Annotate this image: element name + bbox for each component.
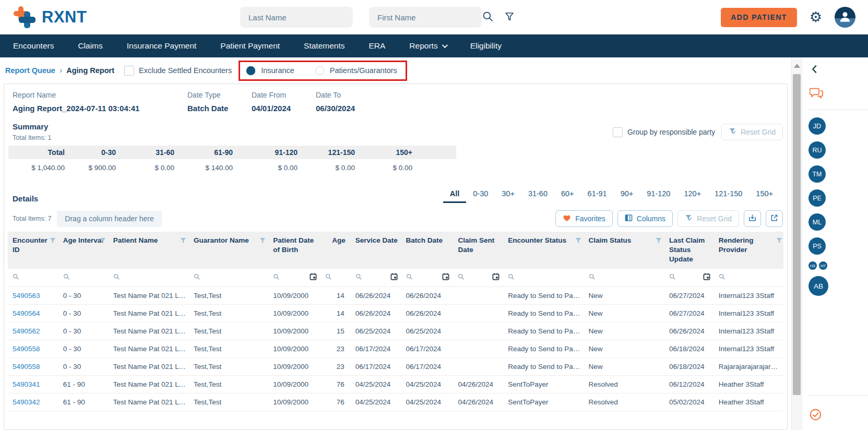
- search-icon[interactable]: [63, 274, 70, 282]
- avatar-ab[interactable]: AB: [808, 276, 828, 296]
- tab-60[interactable]: 60+: [554, 187, 581, 203]
- nav-item-era[interactable]: ERA: [356, 34, 397, 57]
- radio-circle-icon[interactable]: [315, 66, 324, 75]
- table-row[interactable]: 54905630 - 30Test Name Pat 021 L (...Tes…: [8, 286, 783, 304]
- column-header-patient-date-of-birth[interactable]: Patient Date of Birth: [268, 232, 320, 269]
- encounter-id-link[interactable]: 5490562: [13, 327, 40, 335]
- favorites-button[interactable]: Favorites: [555, 210, 613, 227]
- column-header-batch-date[interactable]: Batch Date: [401, 232, 454, 269]
- search-icon[interactable]: [589, 274, 596, 282]
- nav-item-reports[interactable]: Reports: [397, 34, 458, 57]
- cell-encounter-id[interactable]: 5490341: [8, 375, 58, 393]
- search-icon[interactable]: [194, 274, 200, 282]
- cell-encounter-id[interactable]: 5490342: [8, 393, 58, 411]
- small-avatar-h7[interactable]: H7: [819, 261, 827, 270]
- search-icon[interactable]: [719, 274, 726, 282]
- check-circle-icon[interactable]: [810, 409, 822, 423]
- small-avatar-h3[interactable]: H3: [808, 261, 817, 270]
- table-row[interactable]: 549034161 - 90Test Name Pat 021 L (...Te…: [8, 375, 783, 393]
- scrollbar-thumb[interactable]: [793, 74, 801, 395]
- column-filter-funnel-icon[interactable]: [100, 237, 106, 246]
- table-row[interactable]: 54905580 - 30Test Name Pat 021 L (...Tes…: [8, 340, 783, 357]
- tab-30[interactable]: 30+: [495, 187, 521, 203]
- calendar-icon[interactable]: [703, 273, 710, 282]
- cell-encounter-id[interactable]: 5490558: [8, 340, 58, 357]
- search-icon[interactable]: [325, 274, 332, 282]
- search-icon[interactable]: [458, 274, 465, 282]
- column-filter-funnel-icon[interactable]: [259, 237, 266, 246]
- filter-cell-guarantor-name[interactable]: [189, 269, 268, 287]
- summary-reset-grid-button[interactable]: Reset Grid: [721, 124, 783, 140]
- column-header-claim-status[interactable]: Claim Status: [584, 232, 664, 269]
- avatar-ru[interactable]: RU: [808, 141, 826, 159]
- calendar-icon[interactable]: [390, 273, 398, 282]
- search-icon[interactable]: [508, 274, 515, 282]
- avatar-tm[interactable]: TM: [808, 165, 826, 183]
- encounter-id-link[interactable]: 5490558: [13, 363, 40, 371]
- filter-cell-encounter-status[interactable]: [503, 269, 584, 287]
- nav-item-insurance-payment[interactable]: Insurance Payment: [115, 34, 209, 57]
- tab-91-120[interactable]: 91-120: [640, 187, 677, 203]
- table-row[interactable]: 54905640 - 30Test Name Pat 021 L (...Tes…: [8, 304, 783, 322]
- filter-cell-patient-date-of-birth[interactable]: [268, 269, 320, 287]
- tab-61-91[interactable]: 61-91: [581, 187, 614, 203]
- rxnt-logo[interactable]: RXNT: [13, 5, 87, 29]
- user-avatar[interactable]: [835, 7, 855, 28]
- encounter-id-link[interactable]: 5490564: [13, 309, 40, 317]
- column-header-encounter-status[interactable]: Encounter Status: [503, 232, 584, 269]
- column-header-last-claim-status-update[interactable]: Last Claim Status Update: [664, 232, 714, 269]
- collapse-sidebar-chevron-icon[interactable]: [812, 65, 817, 76]
- table-row[interactable]: 54905580 - 30Test Name Pat 021 L (...Tes…: [8, 357, 783, 375]
- column-filter-funnel-icon[interactable]: [776, 237, 782, 246]
- last-name-input[interactable]: [240, 7, 353, 28]
- tab-all[interactable]: All: [443, 187, 467, 203]
- column-filter-funnel-icon[interactable]: [656, 237, 662, 246]
- tab-90[interactable]: 90+: [614, 187, 640, 203]
- nav-item-statements[interactable]: Statements: [292, 34, 356, 57]
- encounter-id-link[interactable]: 5490341: [13, 380, 40, 388]
- avatar-ps[interactable]: PS: [808, 237, 826, 255]
- search-icon[interactable]: [355, 274, 362, 282]
- group-by-checkbox[interactable]: [613, 127, 623, 137]
- search-icon[interactable]: [273, 274, 280, 282]
- search-icon[interactable]: [113, 274, 120, 282]
- filter-cell-age-interval[interactable]: [58, 269, 109, 287]
- tab-0-30[interactable]: 0-30: [466, 187, 495, 203]
- calendar-icon[interactable]: [310, 273, 317, 282]
- details-reset-grid-button[interactable]: Reset Grid: [677, 210, 739, 227]
- radio-circle-icon[interactable]: [246, 66, 255, 75]
- radio-patients-guarantors[interactable]: Patients/Guarantors: [315, 66, 397, 75]
- column-header-patient-name[interactable]: Patient Name: [109, 232, 189, 269]
- cell-encounter-id[interactable]: 5490562: [8, 322, 58, 340]
- avatar-ml[interactable]: ML: [808, 213, 826, 231]
- filter-cell-claim-status[interactable]: [584, 269, 664, 287]
- calendar-icon[interactable]: [492, 273, 500, 282]
- advanced-filter-button[interactable]: [505, 12, 514, 23]
- encounter-id-link[interactable]: 5490342: [13, 398, 40, 406]
- encounter-id-link[interactable]: 5490558: [13, 345, 40, 353]
- encounter-id-link[interactable]: 5490563: [13, 292, 40, 300]
- search-icon[interactable]: [669, 274, 676, 282]
- nav-item-patient-payment[interactable]: Patient Payment: [208, 34, 292, 57]
- column-header-service-date[interactable]: Service Date: [351, 232, 401, 269]
- column-filter-funnel-icon[interactable]: [50, 237, 56, 246]
- chat-bubbles-icon[interactable]: [810, 87, 824, 101]
- scroll-up-arrow-icon[interactable]: [794, 64, 800, 68]
- column-header-guarantor-name[interactable]: Guarantor Name: [189, 232, 268, 269]
- avatar-pe[interactable]: PE: [808, 189, 826, 207]
- tab-150[interactable]: 150+: [749, 187, 780, 203]
- add-patient-button[interactable]: ADD PATIENT: [721, 8, 796, 27]
- column-filter-funnel-icon[interactable]: [180, 237, 186, 246]
- tab-120[interactable]: 120+: [677, 187, 708, 203]
- calendar-icon[interactable]: [442, 273, 449, 282]
- cell-encounter-id[interactable]: 5490564: [8, 304, 58, 322]
- first-name-input[interactable]: [369, 7, 482, 28]
- tab-121-150[interactable]: 121-150: [708, 187, 749, 203]
- filter-cell-last-claim-status-update[interactable]: [664, 269, 714, 287]
- search-icon[interactable]: [13, 274, 19, 282]
- cell-encounter-id[interactable]: 5490558: [8, 357, 58, 375]
- radio-insurance[interactable]: Insurance: [246, 66, 294, 75]
- filter-cell-service-date[interactable]: [351, 269, 401, 287]
- filter-cell-rendering-provider[interactable]: [714, 269, 783, 287]
- filter-cell-age[interactable]: [320, 269, 351, 287]
